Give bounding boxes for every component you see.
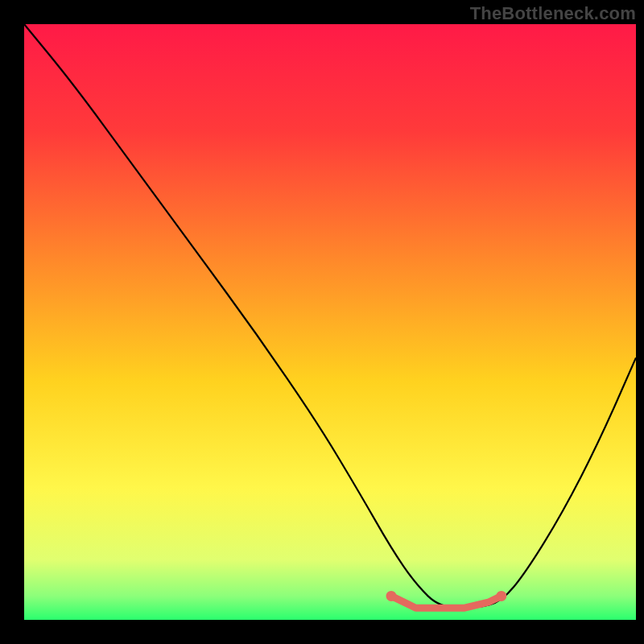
bottleneck-chart — [0, 0, 644, 644]
optimal-range-endpoint — [386, 591, 397, 601]
plot-background — [24, 24, 636, 620]
optimal-range-endpoint — [496, 591, 506, 601]
watermark-label: TheBottleneck.com — [470, 3, 636, 24]
chart-container: TheBottleneck.com — [0, 0, 644, 644]
